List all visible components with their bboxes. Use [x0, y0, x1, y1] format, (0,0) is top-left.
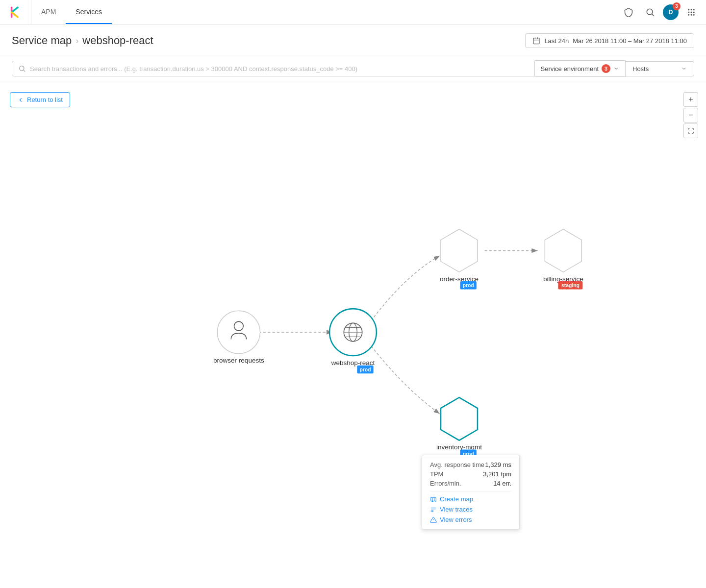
tooltip-errors-row: Errors/min. 14 err. [430, 480, 511, 487]
svg-point-1 [647, 9, 653, 15]
node-browser[interactable]: browser requests [213, 311, 264, 364]
search-icon-btn[interactable] [641, 3, 659, 21]
svg-point-2 [688, 9, 689, 10]
map-area: Return to list + − [0, 82, 706, 582]
hosts-label: Hosts [632, 65, 649, 73]
logo-area [0, 0, 31, 24]
tooltip-create-map-link[interactable]: Create map [430, 495, 511, 503]
nav-tab-services[interactable]: Services [66, 0, 112, 24]
tooltip-avg-response-label: Avg. response time [430, 461, 484, 468]
zoom-fit-button[interactable] [683, 123, 698, 138]
breadcrumb: Service map › webshop-react [12, 34, 153, 47]
svg-point-10 [693, 14, 695, 15]
grid-menu-btn[interactable] [682, 3, 700, 21]
svg-marker-32 [545, 229, 581, 272]
tooltip-tpm-label: TPM [430, 470, 443, 478]
return-btn-label: Return to list [27, 96, 63, 103]
tooltip-view-errors-label: View errors [440, 516, 472, 523]
svg-point-3 [691, 9, 692, 10]
nav-tabs: APM Services [31, 0, 112, 24]
svg-text:browser requests: browser requests [213, 357, 264, 364]
tooltip-errors-value: 14 err. [493, 480, 511, 487]
tooltip-view-traces-label: View traces [440, 506, 473, 513]
date-range: Mar 26 2018 11:00 – Mar 27 2018 11:00 [573, 37, 687, 45]
tooltip-tpm-row: TPM 3,201 tpm [430, 470, 511, 478]
breadcrumb-root: Service map [12, 34, 72, 47]
return-to-list-button[interactable]: Return to list [10, 92, 70, 107]
svg-text:staging: staging [561, 283, 580, 288]
zoom-in-button[interactable]: + [683, 92, 698, 107]
tooltip-view-errors-link[interactable]: View errors [430, 516, 511, 523]
svg-point-7 [693, 11, 695, 13]
zoom-controls: + − [683, 92, 698, 138]
svg-marker-36 [441, 397, 478, 440]
svg-point-12 [20, 66, 24, 71]
node-inventory-mgmt[interactable]: inventory-mgmt prod [436, 397, 482, 458]
node-webshop-react[interactable]: webshop-react prod [329, 309, 377, 373]
date-label: Last 24h [544, 37, 569, 45]
env-dropdown[interactable]: Service environment 3 [535, 60, 626, 77]
svg-rect-11 [533, 38, 539, 44]
tooltip-errors-label: Errors/min. [430, 480, 461, 487]
svg-text:prod: prod [359, 367, 371, 372]
zoom-out-button[interactable]: − [683, 108, 698, 122]
date-range-button[interactable]: Last 24h Mar 26 2018 11:00 – Mar 27 2018… [525, 33, 694, 48]
avatar-badge: 3 [673, 2, 681, 10]
env-badge: 3 [602, 64, 610, 73]
nav-right: D 3 [620, 3, 706, 21]
node-billing-service[interactable]: billing-service staging [543, 229, 583, 290]
tooltip-popup: Avg. response time 1,329 ms TPM 3,201 tp… [422, 455, 520, 530]
tooltip-view-traces-link[interactable]: View traces [430, 506, 511, 513]
avatar[interactable]: D 3 [663, 4, 679, 20]
svg-point-4 [693, 9, 695, 10]
breadcrumb-current: webshop-react [82, 34, 153, 47]
tooltip-avg-response-value: 1,329 ms [485, 461, 511, 468]
svg-point-16 [217, 311, 260, 353]
top-navigation: APM Services D 3 [0, 0, 706, 24]
shield-icon-btn[interactable] [620, 3, 637, 21]
tooltip-avg-response-row: Avg. response time 1,329 ms [430, 461, 511, 468]
svg-text:webshop-react: webshop-react [331, 359, 375, 367]
avatar-initials: D [669, 9, 673, 16]
svg-point-5 [688, 11, 689, 13]
svg-point-9 [691, 14, 692, 15]
env-label: Service environment [541, 65, 599, 73]
search-placeholder: Search transactions and errors... (E.g. … [30, 65, 357, 73]
search-box[interactable]: Search transactions and errors... (E.g. … [12, 61, 535, 76]
tooltip-tpm-value: 3,201 tpm [483, 470, 511, 478]
svg-text:prod: prod [463, 283, 474, 288]
svg-point-8 [688, 14, 689, 15]
tooltip-create-map-label: Create map [440, 495, 473, 503]
node-order-service[interactable]: order-service prod [440, 229, 479, 290]
svg-point-6 [691, 11, 692, 13]
svg-marker-28 [441, 229, 478, 272]
nav-tab-apm[interactable]: APM [31, 0, 66, 24]
hosts-dropdown[interactable]: Hosts [626, 61, 694, 76]
filter-bar: Search transactions and errors... (E.g. … [0, 55, 706, 82]
breadcrumb-sep: › [76, 36, 78, 46]
service-map-svg: browser requests webshop-react prod orde… [0, 82, 706, 582]
page-header: Service map › webshop-react Last 24h Mar… [0, 24, 706, 55]
